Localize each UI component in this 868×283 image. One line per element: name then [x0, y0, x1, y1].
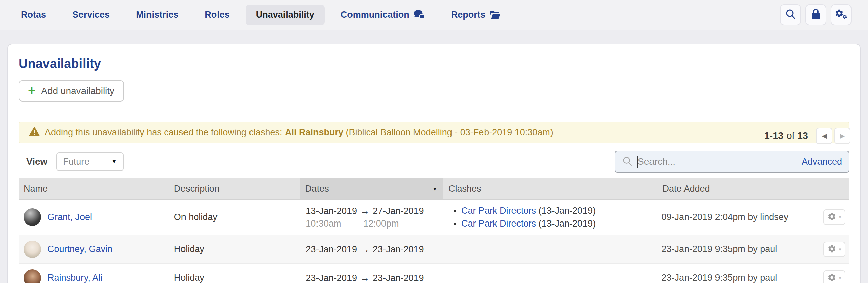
- prev-arrow-icon: ◀: [822, 132, 827, 140]
- arrow-right-icon: →: [360, 273, 369, 283]
- view-select-value: Future: [63, 156, 89, 167]
- chevron-down-icon: ▾: [839, 214, 841, 220]
- nav-actions: [780, 4, 868, 25]
- date-added-cell: 23-Jan-2019 9:35pm by paul: [657, 244, 818, 254]
- column-header-actions: [818, 178, 849, 199]
- table-row: Courtney, Gavin Holiday 23-Jan-2019→23-J…: [19, 235, 849, 263]
- arrow-right-icon: →: [360, 244, 369, 254]
- gear-icon: [827, 212, 836, 222]
- date-start: 13-Jan-2019: [306, 206, 357, 216]
- column-header-dates-sorted[interactable]: Dates ▼: [300, 178, 443, 199]
- sort-desc-icon: ▼: [432, 186, 437, 191]
- next-page-button[interactable]: ▶: [834, 128, 850, 144]
- avatar: [24, 269, 41, 283]
- nav-item-unavailability-active[interactable]: Unavailability: [246, 5, 324, 25]
- clash-link[interactable]: Car Park Directors: [461, 206, 536, 216]
- column-header-name[interactable]: Name: [19, 178, 169, 199]
- nav-item-rotas[interactable]: Rotas: [21, 10, 46, 20]
- date-end: 23-Jan-2019: [373, 244, 424, 254]
- view-select[interactable]: Future ▼: [56, 152, 124, 171]
- clash-warning-banner: Adding this unavailability has caused th…: [19, 122, 849, 143]
- arrow-right-icon: →: [360, 206, 369, 216]
- search-button[interactable]: [780, 4, 801, 25]
- time-end: 12:00pm: [363, 218, 399, 228]
- chevron-down-icon: ▾: [839, 246, 841, 252]
- avatar: [24, 208, 41, 226]
- date-end: 27-Jan-2019: [373, 206, 424, 216]
- date-end: 23-Jan-2019: [373, 273, 424, 283]
- nav-item-roles[interactable]: Roles: [205, 10, 229, 20]
- date-start: 23-Jan-2019: [306, 244, 357, 254]
- prev-page-button[interactable]: ◀: [816, 128, 832, 144]
- nav-item-ministries[interactable]: Ministries: [136, 10, 179, 20]
- table-toolbar: View Future ▼ Advanced: [19, 150, 849, 173]
- add-unavailability-button[interactable]: + Add unavailability: [19, 80, 124, 102]
- next-arrow-icon: ▶: [840, 132, 845, 140]
- row-actions-button[interactable]: ▾: [823, 209, 845, 225]
- pagination: 1-13 of 13 ◀ ▶: [764, 128, 850, 144]
- person-link[interactable]: Grant, Joel: [48, 212, 92, 222]
- date-added-cell: 23-Jan-2019 9:35pm by paul: [657, 273, 818, 283]
- person-link[interactable]: Courtney, Gavin: [48, 244, 113, 254]
- lock-button[interactable]: [805, 4, 826, 25]
- search-icon: [622, 156, 632, 167]
- column-header-clashes[interactable]: Clashes: [443, 178, 657, 199]
- chevron-down-icon: ▾: [839, 275, 841, 281]
- clash-event-detail: (Biblical Balloon Modelling - 03-Feb-201…: [346, 128, 553, 138]
- unavailability-table: Name Description Dates ▼ Clashes Date Ad…: [19, 178, 849, 283]
- gears-icon: [834, 8, 848, 22]
- clash-link[interactable]: Car Park Directors: [461, 218, 536, 228]
- nav-item-communication[interactable]: Communication: [341, 10, 425, 20]
- search-box: Advanced: [615, 150, 849, 173]
- search-icon: [785, 9, 796, 21]
- description-cell: Holiday: [169, 273, 300, 283]
- nav-items: Rotas Services Ministries Roles Unavaila…: [21, 5, 501, 25]
- date-start: 23-Jan-2019: [306, 273, 357, 283]
- add-unavailability-label: Add unavailability: [41, 86, 115, 97]
- time-start: 10:30am: [306, 217, 363, 229]
- chat-bubbles-icon: [413, 10, 425, 20]
- clash-item: Car Park Directors (13-Jan-2019): [461, 204, 596, 217]
- column-header-date-added[interactable]: Date Added: [657, 178, 818, 199]
- pagination-range: 1-13 of 13: [764, 131, 808, 141]
- dates-cell: 13-Jan-2019→27-Jan-2019 10:30am12:00pm: [306, 205, 424, 229]
- page-title: Unavailability: [19, 57, 849, 71]
- gear-icon: [827, 273, 836, 283]
- toolbar-divider: [19, 152, 19, 171]
- person-link[interactable]: Rainsbury, Ali: [48, 273, 102, 283]
- nav-item-services[interactable]: Services: [72, 10, 110, 20]
- date-added-cell: 09-Jan-2019 2:04pm by lindsey: [657, 212, 818, 222]
- nav-item-reports[interactable]: Reports: [451, 10, 501, 20]
- advanced-link[interactable]: Advanced: [802, 156, 842, 167]
- search-input[interactable]: [638, 156, 802, 167]
- avatar: [24, 241, 41, 258]
- warning-triangle-icon: [29, 127, 40, 138]
- row-actions-button[interactable]: ▾: [823, 242, 845, 257]
- dates-cell: 23-Jan-2019→23-Jan-2019: [306, 272, 424, 283]
- gear-icon: [827, 244, 836, 254]
- folder-open-icon: [490, 10, 501, 20]
- content-card: Unavailability + Add unavailability Addi…: [7, 44, 861, 283]
- clash-detail: (13-Jan-2019): [536, 206, 596, 216]
- plus-icon: +: [28, 84, 35, 97]
- description-cell: On holiday: [169, 212, 300, 222]
- view-label: View: [26, 156, 48, 167]
- top-navigation: Rotas Services Ministries Roles Unavaila…: [0, 0, 868, 30]
- table-row: Grant, Joel On holiday 13-Jan-2019→27-Ja…: [19, 200, 849, 235]
- column-header-description[interactable]: Description: [169, 178, 300, 199]
- description-cell: Holiday: [169, 244, 300, 254]
- clash-person-name: Ali Rainsbury: [285, 128, 343, 138]
- warning-text: Adding this unavailability has caused th…: [45, 128, 553, 138]
- settings-button[interactable]: [831, 4, 851, 25]
- table-row: Rainsbury, Ali Holiday 23-Jan-2019→23-Ja…: [19, 263, 849, 283]
- clash-list: Car Park Directors (13-Jan-2019)Car Park…: [448, 204, 596, 230]
- lock-icon: [810, 8, 821, 21]
- row-actions-button[interactable]: ▾: [823, 270, 845, 283]
- table-body: Grant, Joel On holiday 13-Jan-2019→27-Ja…: [19, 200, 849, 283]
- table-header: Name Description Dates ▼ Clashes Date Ad…: [19, 178, 849, 200]
- chevron-down-icon: ▼: [112, 158, 117, 165]
- clash-detail: (13-Jan-2019): [536, 218, 596, 228]
- clash-item: Car Park Directors (13-Jan-2019): [461, 217, 596, 230]
- dates-cell: 23-Jan-2019→23-Jan-2019: [306, 243, 424, 256]
